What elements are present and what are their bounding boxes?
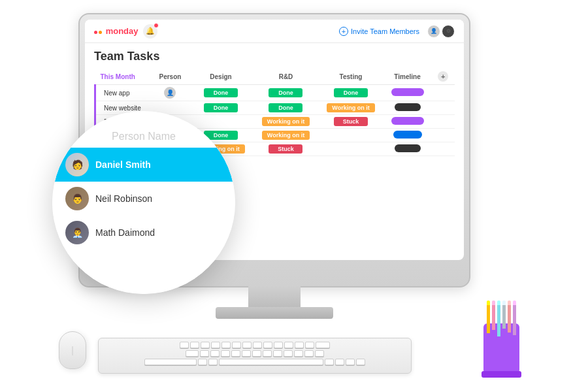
status-stuck[interactable]: Stuck (269, 144, 302, 154)
timeline-bar (391, 88, 424, 96)
key[interactable] (198, 359, 207, 365)
col-rd: R&D (253, 69, 319, 85)
pencil-2 (492, 304, 495, 330)
invite-label: Invite Team Members (351, 27, 419, 35)
key[interactable] (200, 350, 209, 357)
col-timeline: Timeline (384, 69, 432, 85)
timeline-bar (395, 103, 421, 111)
key[interactable] (284, 350, 293, 357)
daniel-avatar-img: 🧑 (65, 153, 89, 176)
pencil-1 (487, 304, 490, 333)
person-dropdown-inner: Person Name 🧑 Daniel Smith 👨 Neil Robins… (52, 111, 235, 294)
status-done[interactable]: Done (269, 103, 302, 112)
key[interactable] (242, 342, 252, 348)
key-space[interactable] (144, 359, 197, 365)
key[interactable] (304, 350, 314, 357)
key[interactable] (208, 359, 218, 365)
task-testing (318, 129, 384, 142)
key[interactable] (232, 342, 241, 348)
user-avatar-1[interactable]: 👤 (427, 25, 440, 38)
key-tab[interactable] (186, 350, 199, 357)
header-right: + Invite Team Members 👤 ⚙ (339, 25, 455, 38)
scene: monday 🔔 + Invite Team Members 👤 ⚙ (0, 0, 588, 392)
task-extra (431, 115, 455, 129)
task-design: Done (188, 85, 253, 101)
timeline-bar (395, 144, 421, 152)
key[interactable] (305, 342, 314, 348)
key[interactable] (325, 359, 334, 365)
add-column-button[interactable]: + (438, 71, 448, 82)
task-extra (431, 142, 455, 156)
key[interactable] (294, 350, 303, 357)
person-item-daniel[interactable]: 🧑 Daniel Smith (52, 148, 235, 182)
status-done[interactable]: Done (204, 103, 238, 112)
person-name-label: Person Name (99, 131, 189, 142)
person-item-math[interactable]: 👨‍💼 Math Daimond (52, 216, 235, 250)
person-avatar-icon[interactable]: 👤 (164, 87, 176, 99)
key[interactable] (273, 350, 282, 357)
neil-avatar-img: 👨 (65, 187, 89, 210)
key[interactable] (356, 359, 365, 365)
task-timeline (384, 129, 432, 142)
key[interactable] (231, 350, 240, 357)
key[interactable] (221, 342, 231, 348)
key[interactable] (221, 350, 230, 357)
task-rd: Working on it (253, 115, 319, 129)
logo-dots (94, 31, 102, 34)
monday-logo: monday (94, 26, 138, 36)
pencil-3 (497, 304, 500, 336)
key[interactable] (274, 342, 283, 348)
math-avatar: 👨‍💼 (65, 221, 89, 244)
timeline-bar (391, 117, 424, 125)
pencil-5 (508, 304, 511, 333)
kb-row-2 (104, 350, 406, 357)
key[interactable] (284, 342, 293, 348)
status-done[interactable]: Done (334, 88, 368, 97)
task-rd: Done (253, 101, 319, 115)
key[interactable] (242, 350, 251, 357)
table-row: New app 👤 Done Done Done (95, 85, 455, 101)
key[interactable] (201, 342, 210, 348)
pencils (487, 304, 516, 336)
logo-text: monday (106, 26, 139, 36)
key[interactable] (346, 359, 355, 365)
task-timeline (384, 115, 432, 129)
task-extra (431, 85, 455, 101)
col-testing: Testing (318, 69, 384, 85)
key-backspace[interactable] (316, 342, 330, 348)
status-done[interactable]: Done (269, 88, 302, 97)
key[interactable] (295, 342, 304, 348)
task-timeline (384, 101, 432, 115)
bell-icon-wrapper[interactable]: 🔔 (143, 24, 157, 39)
math-name: Math Daimond (95, 227, 155, 238)
pencil-cup (483, 323, 519, 372)
task-design: Done (188, 101, 253, 115)
key[interactable] (211, 342, 220, 348)
key-spacebar[interactable] (219, 359, 323, 365)
key[interactable] (315, 350, 324, 357)
key[interactable] (263, 342, 272, 348)
status-working[interactable]: Working on it (327, 103, 374, 112)
task-person: 👤 (152, 85, 189, 101)
key[interactable] (253, 342, 262, 348)
user-avatar-2[interactable]: ⚙ (442, 25, 455, 38)
key[interactable] (335, 359, 344, 365)
status-working[interactable]: Working on it (262, 131, 310, 140)
status-stuck[interactable]: Stuck (334, 117, 368, 126)
person-item-neil[interactable]: 👨 Neil Robinson (52, 182, 235, 216)
logo-dot-red (94, 31, 97, 34)
key[interactable] (210, 350, 220, 357)
key[interactable] (263, 350, 272, 357)
status-done[interactable]: Done (204, 88, 238, 97)
mouse (59, 331, 86, 369)
task-rd: Done (253, 85, 319, 101)
col-add[interactable]: + (431, 69, 455, 85)
key[interactable] (180, 342, 189, 348)
status-working[interactable]: Working on it (262, 117, 310, 126)
invite-button[interactable]: + Invite Team Members (339, 27, 419, 36)
person-dropdown[interactable]: Person Name 🧑 Daniel Smith 👨 Neil Robins… (52, 111, 235, 294)
user-avatars: 👤 ⚙ (427, 25, 455, 38)
task-testing: Done (318, 85, 384, 101)
key[interactable] (190, 342, 199, 348)
key[interactable] (252, 350, 261, 357)
